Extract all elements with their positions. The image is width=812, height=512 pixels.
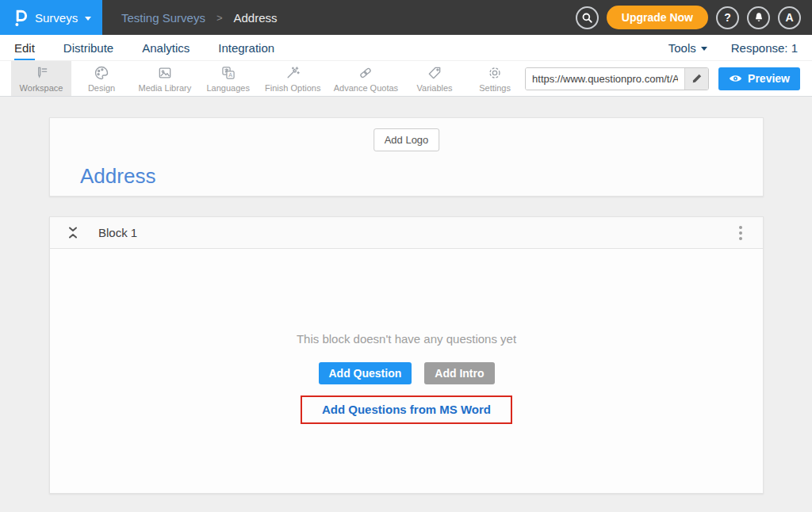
collapse-icon bbox=[67, 226, 79, 239]
breadcrumb: Testing Surveys > Address bbox=[121, 11, 278, 25]
survey-tabs: Edit Distribute Analytics Integration bbox=[14, 35, 274, 60]
toolbar-label: Workspace bbox=[20, 83, 63, 93]
top-bar: Surveys Testing Surveys > Address Upgrad… bbox=[0, 0, 812, 35]
surveys-product-switcher[interactable]: Surveys bbox=[0, 0, 102, 35]
search-button[interactable] bbox=[576, 6, 599, 29]
eye-icon bbox=[729, 74, 742, 83]
add-question-button[interactable]: Add Question bbox=[319, 362, 412, 384]
block-header: Block 1 bbox=[50, 217, 763, 249]
chevron-down-icon bbox=[85, 17, 91, 21]
variables-icon bbox=[427, 65, 442, 81]
toolbar-item-media-library[interactable]: Media Library bbox=[132, 61, 198, 96]
toolbar-label: Design bbox=[88, 83, 115, 93]
kebab-icon-dot bbox=[739, 231, 742, 235]
toolbar-label: Languages bbox=[206, 83, 249, 93]
bell-icon bbox=[753, 12, 764, 24]
toolbar-item-variables[interactable]: Variables bbox=[404, 61, 465, 96]
preview-label: Preview bbox=[748, 72, 790, 85]
upgrade-now-button[interactable]: Upgrade Now bbox=[607, 6, 708, 29]
languages-icon: A bbox=[220, 65, 236, 81]
collapse-block-button[interactable] bbox=[67, 226, 79, 239]
tab-distribute[interactable]: Distribute bbox=[63, 35, 113, 60]
toolbar-item-design[interactable]: Design bbox=[71, 61, 132, 96]
questionpro-logo bbox=[13, 8, 28, 28]
finish-options-icon bbox=[285, 65, 301, 81]
block-actions: Add Question Add Intro bbox=[319, 362, 495, 384]
tools-dropdown[interactable]: Tools bbox=[668, 41, 707, 55]
tab-integration[interactable]: Integration bbox=[218, 35, 274, 60]
empty-block-message: This block doesn't have any questions ye… bbox=[297, 332, 516, 346]
editor-toolbar: Workspace Design Media Library bbox=[0, 61, 812, 97]
workspace-icon bbox=[33, 65, 49, 81]
breadcrumb-separator: > bbox=[216, 12, 223, 24]
add-questions-from-ms-word-link[interactable]: Add Questions from MS Word bbox=[322, 403, 491, 416]
toolbar-item-languages[interactable]: A Languages bbox=[198, 61, 259, 96]
response-count[interactable]: Response: 1 bbox=[731, 41, 798, 55]
survey-nav-row: Edit Distribute Analytics Integration To… bbox=[0, 35, 812, 61]
toolbar-label: Finish Options bbox=[265, 83, 320, 93]
survey-editor-canvas: Add Logo Address Block 1 This block does… bbox=[0, 117, 812, 494]
toolbar-label: Variables bbox=[417, 83, 453, 93]
toolbar-right: Preview bbox=[525, 61, 812, 96]
help-button[interactable]: ? bbox=[716, 6, 739, 29]
toolbar-label: Media Library bbox=[139, 83, 192, 93]
media-library-icon bbox=[157, 65, 173, 81]
block-body: This block doesn't have any questions ye… bbox=[50, 249, 763, 493]
toolbar-item-finish-options[interactable]: Finish Options bbox=[259, 61, 327, 96]
survey-url-box bbox=[525, 67, 709, 90]
notifications-button[interactable] bbox=[747, 6, 770, 29]
toolbar-item-workspace[interactable]: Workspace bbox=[11, 61, 71, 96]
survey-header-card: Add Logo Address bbox=[49, 117, 764, 197]
add-logo-button[interactable]: Add Logo bbox=[373, 128, 440, 151]
avatar[interactable]: A bbox=[778, 6, 801, 29]
nav-right: Tools Response: 1 bbox=[668, 41, 798, 55]
toolbar-label: Advance Quotas bbox=[334, 83, 398, 93]
kebab-icon-dot bbox=[739, 226, 742, 229]
settings-icon bbox=[487, 65, 503, 81]
survey-title[interactable]: Address bbox=[80, 164, 155, 189]
tab-edit[interactable]: Edit bbox=[14, 35, 35, 60]
survey-url-input[interactable] bbox=[526, 68, 684, 90]
breadcrumb-folder[interactable]: Testing Surveys bbox=[121, 11, 205, 25]
block-title[interactable]: Block 1 bbox=[98, 226, 137, 239]
edit-url-button[interactable] bbox=[684, 68, 708, 90]
advance-quotas-icon bbox=[358, 65, 373, 81]
breadcrumb-current-survey: Address bbox=[233, 11, 277, 25]
pencil-icon bbox=[691, 73, 703, 84]
add-intro-button[interactable]: Add Intro bbox=[424, 362, 494, 384]
toolbar-item-advance-quotas[interactable]: Advance Quotas bbox=[327, 61, 404, 96]
tools-label: Tools bbox=[668, 41, 696, 55]
design-icon bbox=[94, 65, 109, 81]
highlight-annotation-box: Add Questions from MS Word bbox=[301, 395, 512, 424]
search-icon bbox=[581, 12, 593, 24]
topbar-actions: Upgrade Now ? A bbox=[576, 6, 812, 29]
tab-analytics[interactable]: Analytics bbox=[142, 35, 190, 60]
kebab-icon-dot bbox=[739, 237, 742, 240]
preview-button[interactable]: Preview bbox=[718, 67, 800, 90]
toolbar-item-settings[interactable]: Settings bbox=[465, 61, 525, 96]
toolbar-label: Settings bbox=[479, 83, 511, 93]
chevron-down-icon bbox=[701, 47, 707, 51]
block-card: Block 1 This block doesn't have any ques… bbox=[49, 216, 764, 494]
product-name: Surveys bbox=[35, 11, 78, 25]
svg-text:A: A bbox=[228, 72, 232, 78]
block-menu-button[interactable] bbox=[736, 223, 745, 243]
